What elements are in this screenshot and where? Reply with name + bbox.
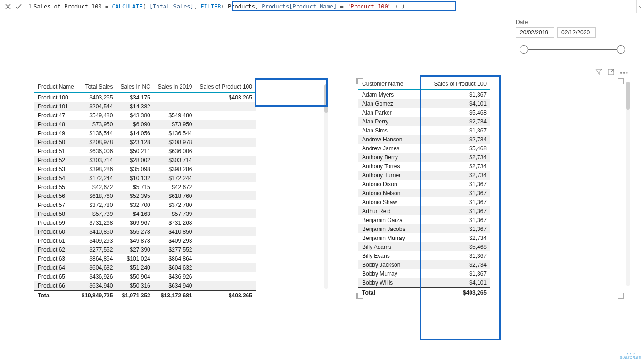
table-row[interactable]: Bobby Jackson$2,734	[358, 260, 490, 269]
column-header[interactable]: Sales in 2019	[154, 82, 196, 92]
table-row[interactable]: Product 100$403,265$34,175$403,265	[34, 92, 256, 102]
check-icon	[15, 4, 22, 9]
chevron-down-icon	[638, 5, 643, 8]
table-row[interactable]: Antonio Dixon$1,367	[358, 180, 490, 189]
table-row[interactable]: Andrew Hansen$2,734	[358, 135, 490, 144]
column-header[interactable]: Customer Name	[358, 79, 420, 90]
slider-thumb-start[interactable]	[520, 45, 528, 54]
table-row[interactable]: Product 58$57,739$4,163$57,739	[34, 209, 256, 218]
scrollbar-vertical[interactable]	[626, 82, 630, 286]
table-row[interactable]: Arthur Reid$1,367	[358, 206, 490, 215]
table-row[interactable]: Alan Gomez$4,101	[358, 99, 490, 108]
table-total-row: Total$19,849,725$1,971,352$13,172,681$40…	[34, 290, 256, 300]
product-sales-table-visual[interactable]: Product NameTotal SalesSales in NCSales …	[34, 81, 321, 300]
table-row[interactable]: Product 65$436,926$50,904$436,926	[34, 272, 256, 281]
svg-line-3	[611, 69, 614, 72]
table-row[interactable]: Product 66$634,940$50,316$634,940	[34, 281, 256, 290]
subscribe-watermark: ✦✦✦ SUBSCRIBE	[620, 352, 641, 359]
table-row[interactable]: Billy Adams$5,468	[358, 242, 490, 251]
selection-corner	[618, 78, 624, 84]
table-row[interactable]: Antonio Nelson$1,367	[358, 189, 490, 197]
table-row[interactable]: Product 51$636,006$50,211$636,006	[34, 147, 256, 156]
table-row[interactable]: Product 59$731,268$69,967$731,268	[34, 218, 256, 227]
filter-icon[interactable]	[595, 69, 602, 77]
table-total-row: Total$403,265	[358, 288, 490, 297]
table-row[interactable]: Alan Parker$5,468	[358, 108, 490, 117]
table-row[interactable]: Billy Evans$1,367	[358, 251, 490, 260]
table-row[interactable]: Bobby Willis$4,101	[358, 278, 490, 288]
column-header[interactable]: Sales of Product 100	[420, 79, 490, 90]
table-row[interactable]: Product 53$398,286$35,098$398,286	[34, 165, 256, 173]
scrollbar-vertical[interactable]	[324, 84, 328, 289]
focus-mode-icon[interactable]	[608, 69, 614, 77]
more-options-icon[interactable]: •••	[620, 70, 629, 76]
column-header[interactable]: Sales in NC	[116, 82, 154, 92]
column-header[interactable]: Total Sales	[78, 82, 117, 92]
table-row[interactable]: Benjamin Jacobs$1,367	[358, 224, 490, 233]
column-header[interactable]: Sales of Product 100	[196, 82, 256, 92]
formula-cancel-button[interactable]	[3, 1, 13, 12]
close-icon	[5, 4, 11, 9]
formula-expand-button[interactable]	[636, 0, 644, 13]
table-row[interactable]: Product 62$277,552$27,390$277,552	[34, 245, 256, 254]
product-sales-table: Product NameTotal SalesSales in NCSales …	[34, 82, 256, 300]
table-row[interactable]: Product 63$864,864$101,024$864,864	[34, 254, 256, 263]
table-row[interactable]: Product 56$618,760$52,395$618,760	[34, 191, 256, 200]
formula-input[interactable]: Sales of Product 100 = CALCULATE( [Total…	[33, 3, 405, 10]
table-row[interactable]: Alan Sims$1,367	[358, 126, 490, 135]
date-end-input[interactable]: 02/12/2020	[557, 27, 596, 38]
date-slicer[interactable]: Date 20/02/2019 02/12/2020	[516, 19, 629, 58]
selection-corner	[356, 78, 363, 84]
formula-line-number: 1	[28, 3, 32, 10]
selection-corner	[618, 293, 624, 299]
date-slider[interactable]	[516, 43, 629, 58]
table-row[interactable]: Antonio Shaw$1,367	[358, 197, 490, 206]
table-row[interactable]: Benjamin Garza$1,367	[358, 215, 490, 224]
table-row[interactable]: Product 49$136,544$14,056$136,544	[34, 129, 256, 138]
slicer-title: Date	[516, 19, 629, 25]
table-row[interactable]: Bobby Murray$1,367	[358, 269, 490, 278]
table-row[interactable]: Alan Perry$2,734	[358, 117, 490, 126]
table-row[interactable]: Product 50$208,978$23,128$208,978	[34, 138, 256, 147]
table-row[interactable]: Product 57$372,780$32,700$372,780	[34, 200, 256, 209]
date-start-input[interactable]: 20/02/2019	[516, 27, 554, 38]
table-row[interactable]: Benjamin Murray$2,734	[358, 233, 490, 242]
formula-bar: 1 Sales of Product 100 = CALCULATE( [Tot…	[0, 0, 644, 13]
table-row[interactable]: Product 55$42,672$5,715$42,672	[34, 182, 256, 191]
table-row[interactable]: Product 61$409,293$49,878$409,293	[34, 236, 256, 245]
customer-sales-table-visual[interactable]: Customer NameSales of Product 100Adam My…	[358, 78, 622, 297]
table-row[interactable]: Product 101$204,544$14,382	[34, 102, 256, 111]
table-row[interactable]: Product 60$410,850$55,278$410,850	[34, 227, 256, 236]
table-row[interactable]: Anthony Berry$2,734	[358, 153, 490, 162]
table-row[interactable]: Andrew James$5,468	[358, 144, 490, 153]
slider-thumb-end[interactable]	[617, 45, 625, 54]
formula-commit-button[interactable]	[13, 1, 24, 12]
table-row[interactable]: Product 54$172,244$10,132$172,244	[34, 173, 256, 182]
table-row[interactable]: Adam Myers$1,367	[358, 90, 490, 99]
visual-header-actions: •••	[595, 69, 629, 77]
table-row[interactable]: Anthony Turner$2,734	[358, 171, 490, 180]
table-row[interactable]: Product 47$549,480$43,380$549,480	[34, 111, 256, 120]
selection-corner	[356, 293, 363, 299]
table-row[interactable]: Anthony Torres$2,734	[358, 162, 490, 171]
table-row[interactable]: Product 52$303,714$28,002$303,714	[34, 156, 256, 165]
column-header[interactable]: Product Name	[34, 82, 78, 92]
table-row[interactable]: Product 48$73,950$6,090$73,950	[34, 120, 256, 129]
table-row[interactable]: Product 64$604,632$51,240$604,632	[34, 263, 256, 272]
customer-sales-table: Customer NameSales of Product 100Adam My…	[358, 79, 490, 297]
